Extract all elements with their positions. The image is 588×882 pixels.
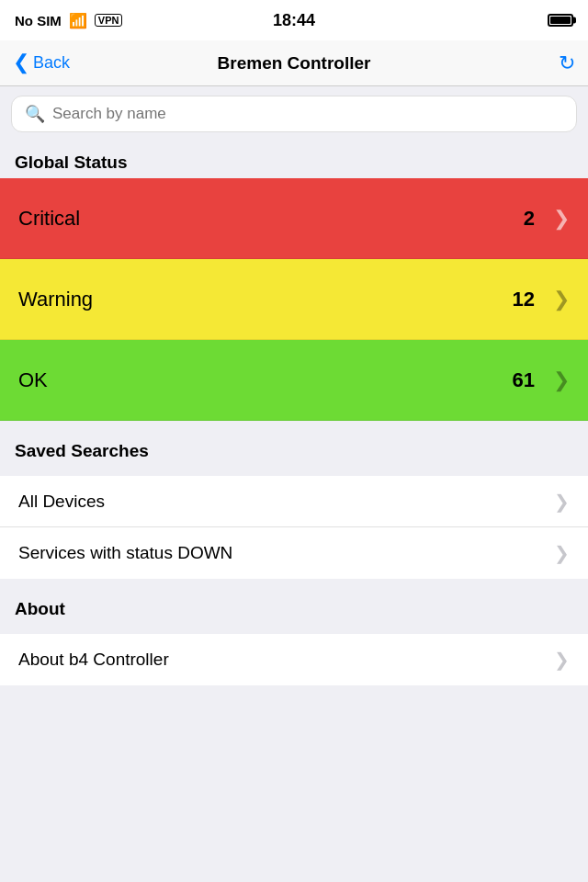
warning-count: 12	[513, 288, 535, 311]
status-bar: No SIM 📶 VPN 18:44	[0, 0, 588, 40]
about-list: About b4 Controller ❯	[0, 634, 588, 685]
warning-chevron-icon: ❯	[553, 289, 570, 310]
about-controller-chevron-icon: ❯	[554, 649, 570, 671]
back-label: Back	[33, 53, 70, 73]
list-item-all-devices[interactable]: All Devices ❯	[0, 476, 588, 527]
services-down-label: Services with status DOWN	[18, 543, 554, 563]
status-bar-left: No SIM 📶 VPN	[15, 12, 122, 29]
all-devices-chevron-icon: ❯	[554, 491, 570, 513]
ok-chevron-icon: ❯	[553, 370, 570, 390]
wifi-icon: 📶	[69, 12, 87, 29]
critical-chevron-icon: ❯	[553, 209, 570, 229]
critical-label: Critical	[18, 207, 524, 231]
list-item-about-controller[interactable]: About b4 Controller ❯	[0, 634, 588, 685]
vpn-badge: VPN	[95, 14, 123, 27]
warning-label: Warning	[18, 288, 513, 311]
critical-count: 2	[524, 207, 535, 231]
search-input[interactable]	[52, 105, 563, 123]
search-bar-wrap: 🔍	[0, 86, 588, 141]
battery-icon	[548, 14, 573, 27]
status-bar-time: 18:44	[273, 11, 315, 30]
status-row-ok[interactable]: OK 61 ❯	[0, 340, 588, 421]
services-down-chevron-icon: ❯	[554, 542, 570, 564]
global-status-header: Global Status	[0, 141, 588, 178]
back-chevron-icon: ❮	[13, 52, 29, 73]
carrier-label: No SIM	[15, 13, 62, 28]
global-status-block: Global Status Critical 2 ❯ Warning 12 ❯ …	[0, 141, 588, 421]
back-button[interactable]: ❮ Back	[13, 53, 70, 73]
status-row-critical[interactable]: Critical 2 ❯	[0, 178, 588, 259]
all-devices-label: All Devices	[18, 492, 554, 512]
about-header: About	[0, 588, 588, 625]
saved-searches-header: Saved Searches	[0, 430, 588, 467]
about-controller-label: About b4 Controller	[18, 650, 554, 670]
nav-bar: ❮ Back Bremen Controller ↻	[0, 40, 588, 86]
refresh-button[interactable]: ↻	[559, 51, 575, 75]
status-bar-right	[548, 14, 573, 27]
about-section: About About b4 Controller ❯	[0, 588, 588, 685]
search-icon: 🔍	[25, 104, 45, 124]
status-row-warning[interactable]: Warning 12 ❯	[0, 259, 588, 340]
saved-searches-section: Saved Searches All Devices ❯ Services wi…	[0, 430, 588, 579]
list-item-services-down[interactable]: Services with status DOWN ❯	[0, 527, 588, 579]
ok-label: OK	[18, 368, 513, 392]
saved-searches-list: All Devices ❯ Services with status DOWN …	[0, 476, 588, 579]
search-bar: 🔍	[11, 96, 577, 132]
nav-title: Bremen Controller	[218, 53, 371, 74]
ok-count: 61	[513, 368, 535, 392]
